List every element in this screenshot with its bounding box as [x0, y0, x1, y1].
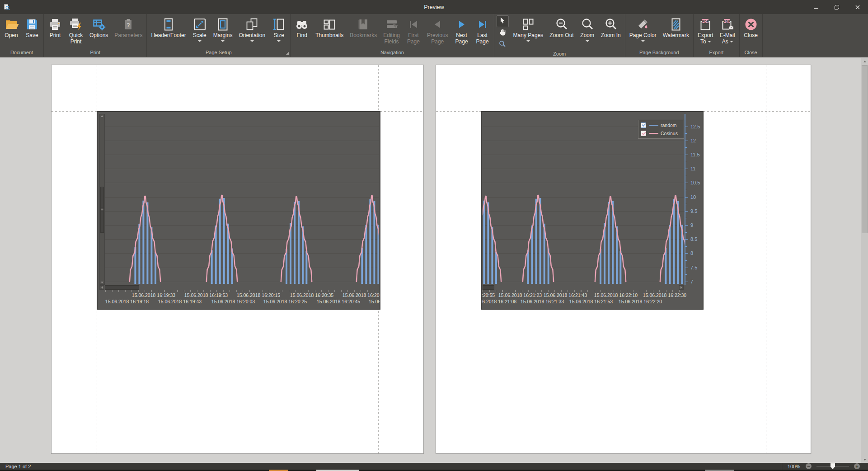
- close-preview-button[interactable]: Close: [741, 14, 761, 49]
- ribbon-group-navigation: FindThumbnailsBookmarksEditingFieldsFirs…: [291, 14, 494, 57]
- y-axis-tick: [685, 169, 688, 169]
- magnifier-tool-tool-button[interactable]: [497, 39, 509, 51]
- y-axis-label: 9: [690, 222, 693, 228]
- ribbon-group-close: CloseClose: [740, 14, 763, 57]
- y-axis-tick: [685, 211, 688, 212]
- y-axis-tick: [685, 204, 687, 204]
- y-axis-label: 9.5: [690, 208, 697, 214]
- many-pages-label: Many Pages: [513, 33, 544, 45]
- orientation-button[interactable]: Orientation: [235, 14, 268, 49]
- parameters-label: Parameters: [114, 33, 142, 45]
- watermark-button[interactable]: Watermark: [660, 14, 692, 49]
- hand-tool-tool-button[interactable]: [497, 27, 509, 39]
- scroll-down-icon[interactable]: [861, 456, 868, 463]
- scale-icon: [192, 16, 207, 33]
- window-title: Preview: [0, 4, 868, 10]
- zoom-out-icon: [554, 16, 569, 33]
- y-axis-tick: [685, 176, 687, 176]
- open-label: Open: [5, 33, 18, 45]
- watermark-label: Watermark: [663, 33, 689, 45]
- chart-plot-area: [483, 114, 685, 285]
- zoom-in-button[interactable]: Zoom In: [598, 14, 624, 51]
- ribbon-group-label-document: Document: [0, 49, 43, 57]
- many-pages-button[interactable]: Many Pages: [510, 14, 547, 51]
- close-preview-label: Close: [744, 33, 758, 45]
- email-as-button[interactable]: PDFE-MailAs: [717, 14, 738, 49]
- previous-page-label: PreviousPage: [427, 33, 448, 45]
- options-button[interactable]: Options: [86, 14, 111, 49]
- page-color-button[interactable]: Page Color: [626, 14, 660, 49]
- chevron-down-icon: [526, 40, 530, 42]
- open-button[interactable]: Open: [1, 14, 22, 49]
- ribbon-group-label-page-setup: Page Setup: [147, 49, 290, 57]
- divider: [782, 463, 782, 470]
- first-page-icon: [406, 16, 421, 33]
- dialog-launcher-icon[interactable]: [286, 52, 289, 55]
- maximize-button[interactable]: [826, 0, 847, 14]
- zoom-slider-thumb[interactable]: [830, 463, 835, 469]
- legend-line-sample: [649, 125, 658, 126]
- next-page-label: NextPage: [455, 33, 468, 45]
- x-axis-label: 15.06.2018 16:20:25: [263, 299, 307, 304]
- check-icon: [642, 122, 646, 127]
- y-axis-tick: [685, 268, 688, 268]
- chevron-down-icon: [250, 40, 254, 42]
- legend-checkbox-Cosinus: [641, 131, 646, 136]
- last-page-label: LastPage: [476, 33, 489, 45]
- y-axis-tick: [685, 232, 687, 233]
- window-controls: [806, 0, 868, 14]
- mouse-pointer-tool-button[interactable]: [497, 15, 509, 27]
- save-button[interactable]: Save: [22, 14, 42, 49]
- minimize-button[interactable]: [806, 0, 826, 14]
- thumbnails-button[interactable]: Thumbnails: [312, 14, 347, 49]
- workspace-scrollbar[interactable]: [861, 58, 868, 463]
- y-axis-tick: [685, 190, 687, 190]
- ribbon-group-label-navigation: Navigation: [291, 49, 493, 57]
- margins-button[interactable]: Margins: [210, 14, 236, 49]
- find-button[interactable]: Find: [291, 14, 312, 49]
- ribbon-group-label-page-background: Page Background: [625, 49, 693, 57]
- first-page-button: FirstPage: [403, 14, 424, 49]
- preview-page-1: 15.06.2018 16:19:3315.06.2018 16:19:5315…: [51, 65, 424, 454]
- scrollbar-thumb: [105, 285, 139, 290]
- next-page-button[interactable]: NextPage: [451, 14, 472, 49]
- options-label: Options: [89, 33, 108, 45]
- y-axis-label: 12.5: [690, 124, 700, 129]
- chevron-down-icon: [586, 40, 589, 42]
- chevron-down-icon: [198, 40, 202, 42]
- zoom-in-icon: [604, 16, 618, 33]
- zoom-button[interactable]: Zoom: [577, 14, 598, 51]
- preview-window: Preview OpenSaveDocumentPrintQuickPrintO…: [0, 0, 868, 471]
- x-axis-label: 15.06.2018 16:19:33: [132, 292, 175, 298]
- chevron-down-icon: [221, 40, 225, 42]
- header-footer-label: Header/Footer: [151, 33, 186, 45]
- zoom-out-button[interactable]: −: [806, 463, 812, 469]
- zoom-out-button[interactable]: Zoom Out: [546, 14, 577, 51]
- zoom-slider[interactable]: [816, 466, 849, 466]
- chevron-down-icon: [730, 41, 733, 42]
- size-icon: [272, 16, 286, 33]
- export-to-button[interactable]: PDFExportTo: [694, 14, 717, 49]
- find-label: Find: [296, 33, 307, 45]
- scrollbar-thumb: [483, 285, 494, 290]
- size-button[interactable]: Size: [268, 14, 289, 49]
- zoom-tool-icon: [498, 40, 507, 50]
- watermark-icon: [669, 16, 683, 33]
- close-window-button[interactable]: [847, 0, 868, 14]
- scale-button[interactable]: Scale: [189, 14, 210, 49]
- last-page-button[interactable]: LastPage: [472, 14, 493, 49]
- x-axis-label: 15.06.2018 16:21:08: [369, 299, 380, 304]
- ribbon-group-print: PrintQuickPrintOptions?ParametersPrint: [44, 14, 147, 57]
- quick-print-button[interactable]: QuickPrint: [66, 14, 86, 49]
- thumbnails-icon: [322, 16, 337, 33]
- legend-label: random: [661, 122, 677, 128]
- parameters-button: ?Parameters: [111, 14, 145, 49]
- scroll-up-icon[interactable]: [861, 58, 868, 65]
- zoom-in-button[interactable]: +: [854, 463, 860, 469]
- header-footer-button[interactable]: Header/Footer: [148, 14, 189, 49]
- y-axis-tick: [685, 225, 688, 226]
- scrollbar-thumb[interactable]: [862, 65, 868, 233]
- print-button[interactable]: Print: [45, 14, 66, 49]
- x-axis-ticks: [105, 290, 379, 292]
- close-icon: [855, 5, 860, 10]
